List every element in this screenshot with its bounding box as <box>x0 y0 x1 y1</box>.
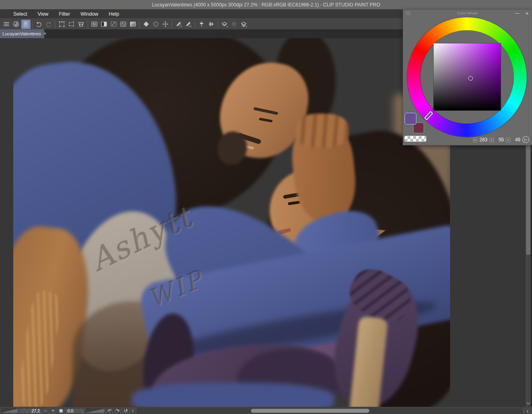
redo-icon[interactable] <box>44 20 53 29</box>
rotation-slider[interactable] <box>86 408 104 413</box>
window-titlebar: LucayanValentines (4000 x 5000px 300dpi … <box>0 0 532 9</box>
panel-close-icon[interactable]: × <box>525 10 528 16</box>
toolbar-divider <box>195 20 195 28</box>
transform-mesh-icon[interactable] <box>77 20 86 29</box>
tablet-mode-icon[interactable] <box>21 20 31 29</box>
panel-minimize-icon[interactable]: — <box>515 10 520 15</box>
zoom-slider[interactable] <box>1 408 18 413</box>
reset-view-button[interactable]: ↺ <box>122 407 129 414</box>
align-horizontal-icon[interactable] <box>207 20 216 29</box>
hsv-readout: H 283 S 55 V 49 <box>473 137 520 143</box>
sv-cursor[interactable] <box>468 76 473 81</box>
value-label-icon: V <box>506 138 510 142</box>
color-slider-toggle-icon[interactable]: ▷ <box>522 136 529 143</box>
saturation-value: 55 <box>496 137 504 143</box>
correction-gradient-icon[interactable] <box>128 20 138 29</box>
layer-lock-icon[interactable] <box>230 20 239 29</box>
chevron-down-icon <box>526 400 530 404</box>
layers-stack-2-icon[interactable] <box>239 20 249 29</box>
horizontal-scrollbar[interactable] <box>137 408 523 414</box>
zoom-value[interactable]: 27.2 <box>19 408 41 413</box>
snap-move-icon[interactable] <box>161 20 170 29</box>
canvas-artwork[interactable]: Ashytt WIP <box>13 38 450 407</box>
panel-title: Color Wheel <box>403 11 532 15</box>
color-wheel-panel: Color Wheel — × H 283 S 55 V 49 ▷ <box>403 9 532 145</box>
rotate-ccw-button[interactable]: ↶ <box>106 407 113 414</box>
horizontal-scrollbar-thumb[interactable] <box>251 409 369 413</box>
correction-levels2-icon[interactable] <box>119 20 128 29</box>
main-menu-icon[interactable] <box>2 20 11 29</box>
tab-close-icon[interactable]: × <box>43 31 46 36</box>
hue-value: 283 <box>479 137 487 143</box>
menu-view[interactable]: View <box>33 10 54 18</box>
rotation-value[interactable]: 0.0 <box>65 408 84 413</box>
window-title: LucayanValentines (4000 x 5000px 300dpi … <box>152 2 380 8</box>
panel-menu-icon[interactable] <box>406 12 411 15</box>
main-color-swatch[interactable] <box>404 112 417 125</box>
zoom-100-button[interactable] <box>58 407 64 414</box>
correction-bw-icon[interactable] <box>100 20 109 29</box>
clip-studio-spiral-icon[interactable] <box>12 20 21 29</box>
transform-scale-icon[interactable] <box>57 20 67 29</box>
document-tab-label: LucayanValentines <box>2 31 41 36</box>
toolbar-divider <box>88 20 88 28</box>
transparent-color-swatch[interactable] <box>404 136 426 142</box>
square-icon <box>59 409 63 412</box>
status-bar: 27.2 − + 0.0 ↶ ↷ ↺ ‹ › <box>0 407 532 414</box>
vertical-scrollbar-thumb[interactable] <box>526 131 530 255</box>
undo-icon[interactable] <box>35 20 44 29</box>
menu-help[interactable]: Help <box>104 10 124 18</box>
pen-line-icon[interactable] <box>174 20 183 29</box>
zoom-in-button[interactable]: + <box>50 407 56 414</box>
align-vertical-icon[interactable] <box>197 20 206 29</box>
scroll-down-button[interactable] <box>526 400 531 406</box>
saturation-value-square[interactable] <box>434 43 501 110</box>
transform-distort-icon[interactable] <box>67 20 76 29</box>
hue-label-icon: H <box>473 138 477 142</box>
pen-curve-icon[interactable] <box>184 20 193 29</box>
menu-window[interactable]: Window <box>75 10 103 18</box>
toolbar-divider <box>218 20 218 28</box>
toolbar-divider <box>55 20 55 28</box>
menu-filter[interactable]: Filter <box>54 10 75 18</box>
toolbar-divider <box>32 20 33 28</box>
saturation-label-icon: S <box>489 138 494 142</box>
zoom-out-button[interactable]: − <box>42 407 49 414</box>
rotate-cw-button[interactable]: ↷ <box>114 407 121 414</box>
clip-studio-paint-window: LucayanValentines (4000 x 5000px 300dpi … <box>0 0 532 414</box>
layers-stack-icon[interactable] <box>220 20 229 29</box>
snap-ruler-diamond-icon[interactable] <box>142 20 151 29</box>
toolbar-divider <box>139 20 140 28</box>
correction-levels-icon[interactable] <box>90 20 99 29</box>
scroll-right-button[interactable]: › <box>524 407 531 414</box>
correction-curve-icon[interactable] <box>109 20 118 29</box>
snap-radial-icon[interactable] <box>151 20 161 29</box>
color-wheel-header[interactable]: Color Wheel — × <box>403 10 532 17</box>
collapse-nav-button[interactable]: ‹ <box>130 407 136 414</box>
value-value: 49 <box>512 137 520 143</box>
toolbar-divider <box>172 20 172 28</box>
menu-select[interactable]: Select <box>8 10 33 18</box>
document-tab[interactable]: LucayanValentines × <box>0 29 44 38</box>
